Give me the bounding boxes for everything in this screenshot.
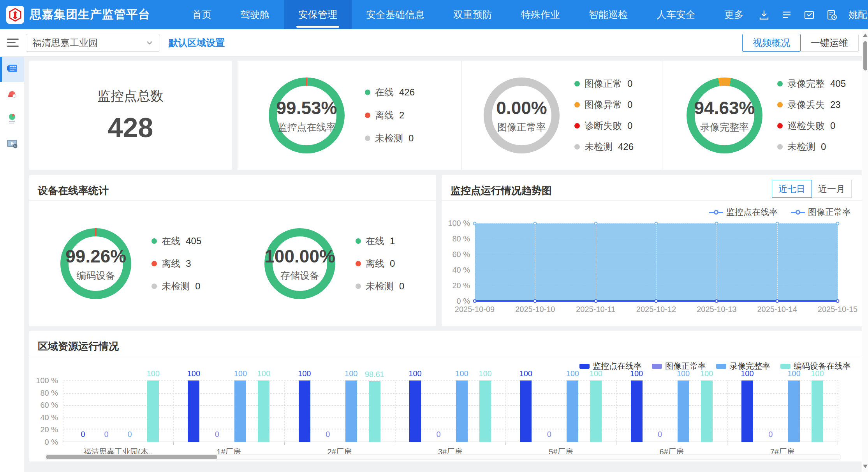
online-rate-point [836,222,840,225]
vertical-scrollbar[interactable] [862,30,868,472]
nav-item[interactable]: 特殊作业 [507,0,574,29]
donut-stat-block: 99.53%监控点在线率在线426离线2未检测0 [238,77,415,153]
bar-value-label: 100 [677,369,690,378]
legend-dot-icon [574,144,580,150]
video-overview-button[interactable]: 视频概况 [742,34,801,52]
legend-dot-icon [365,90,370,95]
sidebar-item-video-playback[interactable] [0,132,24,157]
legend-row: 在线1 [356,235,404,247]
x-axis-tick [284,442,285,445]
bar-3 [788,380,800,442]
bar-value-label: 0 [104,430,109,439]
nav-item[interactable]: 双重预防 [439,0,507,29]
legend-row: 离线0 [356,257,404,270]
donut-label: 录像完整率 [700,121,749,134]
one-click-ops-button[interactable]: 一键运维 [800,34,859,52]
bar-3 [567,380,578,442]
legend-dot-icon [151,261,157,266]
legend-dot-icon [356,261,361,266]
trend-legend-item[interactable]: 监控点在线率 [709,206,778,218]
default-region-link[interactable]: 默认区域设置 [169,37,225,49]
donut-label: 编码设备 [76,269,115,282]
horizontal-scrollbar-thumb[interactable] [46,455,217,459]
bar-value-label: 0 [326,430,330,439]
legend-dot-icon [574,81,580,86]
nav-item[interactable]: 人车安全 [642,0,710,29]
donut-percent: 0.00% [496,97,547,118]
bar-value-label: 100 [566,369,579,378]
bar-value-label: 100 [590,369,602,378]
scroll-down-arrow-icon[interactable] [863,465,868,468]
donut-percent: 99.26% [65,246,126,267]
download-icon[interactable] [758,9,770,21]
legend-name: 离线 [375,109,394,122]
x-gridline [838,380,838,442]
legend-dot-icon [356,284,361,289]
app-title: 思嘉集团生产监管平台 [30,7,150,23]
legend-row: 未检测0 [777,141,846,153]
bar-value-label: 98.61 [365,370,384,379]
region-bar-chart: 0 %20 %40 %60 %80 %100 %福清思嘉工业园(本..00010… [63,380,838,442]
horizontal-scrollbar[interactable] [45,454,841,460]
legend-swatch-icon [780,364,791,369]
x-gridline [838,223,838,301]
donut-legend: 在线405离线3未检测0 [151,235,201,292]
legend-value: 405 [830,78,846,89]
tab-last-7-days[interactable]: 近七日 [772,180,812,198]
online-rate-point [594,222,597,225]
nav-item[interactable]: 驾驶舱 [226,0,284,29]
mail-icon[interactable] [803,9,815,21]
bar-value-label: 0 [215,430,219,439]
collapse-sidebar-icon[interactable] [7,36,19,49]
legend-row: 诊断失败0 [574,120,634,132]
y-gridline [63,393,838,394]
x-gridline [777,223,778,301]
menu-lines-icon[interactable] [781,9,792,21]
bar-value-label: 0 [128,430,132,439]
trend-legend-label: 监控点在线率 [726,206,778,218]
legend-name: 诊断失败 [585,120,622,132]
legend-row: 图像正常0 [574,77,634,90]
legend-name: 未检测 [375,132,403,144]
sidebar-item-report-pie[interactable] [0,107,24,132]
nav-item[interactable]: 安保管理 [284,0,352,29]
legend-value: 3 [186,258,191,269]
sidebar-item-video-wall[interactable] [0,57,24,82]
donut-center: 0.00%图像正常率 [492,86,551,145]
legend-value: 0 [399,281,404,292]
sidebar-item-alarm[interactable] [0,82,24,107]
bar-3 [345,380,357,442]
user-menu[interactable]: 姚配剑 [849,9,868,21]
task-clock-icon[interactable] [826,9,838,21]
legend-name: 录像完整 [787,77,825,90]
nav-item[interactable]: 更多 [710,0,758,29]
bar-4 [369,381,380,442]
legend-value: 405 [186,236,201,247]
region-select[interactable]: 福清思嘉工业园 [26,34,160,52]
divider [29,200,436,201]
image-rate-point [594,299,597,303]
nav-item[interactable]: 智能巡检 [574,0,642,29]
bar-value-label: 100 [787,369,800,378]
donut-ring: 99.26%编码设备 [60,228,131,299]
y-axis-tick-label: 80 % [40,388,63,397]
legend-row: 录像完整405 [777,77,846,90]
x-gridline [173,380,174,442]
device-online-panel: 设备在线率统计 99.26%编码设备在线405离线3未检测0 100.00%存储… [29,175,436,326]
trend-legend-item[interactable]: 图像正常率 [791,206,851,218]
donut-percent: 94.63% [694,97,755,118]
nav-item[interactable]: 安全基础信息 [352,0,439,29]
tab-last-month[interactable]: 近一月 [812,180,852,198]
nav-item[interactable]: 首页 [178,0,226,29]
x-gridline [284,380,285,442]
kpi-recording-rate-section: 94.63%录像完整率录像完整405录像丢失23巡检失败0未检测0 [662,61,863,170]
legend-row: 未检测0 [151,280,201,292]
bar-value-label: 0 [436,430,440,439]
legend-name: 在线 [366,235,384,247]
y-axis-tick-label: 40 % [452,266,475,275]
region-resource-panel: 区域资源运行情况 监控点在线率图像正常率录像完整率编码设备在线率 0 %20 %… [29,331,863,461]
vertical-scrollbar-thumb[interactable] [863,41,867,70]
scroll-up-arrow-icon[interactable] [863,33,868,37]
divider [442,200,863,201]
page: 思嘉集团生产监管平台 首页驾驶舱安保管理安全基础信息双重预防特殊作业智能巡检人车… [0,0,868,472]
